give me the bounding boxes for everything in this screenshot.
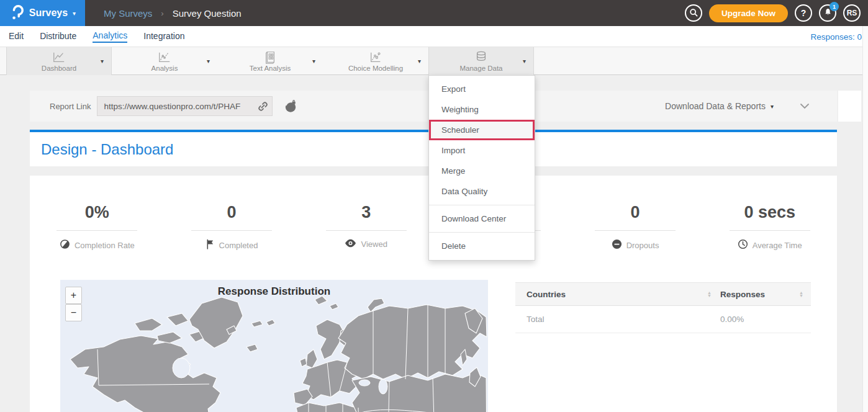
upgrade-now-button[interactable]: Upgrade Now [709,4,788,22]
stat-value: 0% [30,202,165,223]
panel-corner [838,91,861,122]
breadcrumb-my-surveys[interactable]: My Surveys [104,8,152,19]
analytics-toolbar: Dashboard ▾ Analysis ▾ Text Analysis ▾ C… [0,47,868,75]
report-url-wrap [97,96,273,116]
questionpro-dashboard: Surveys ▾ My Surveys › Survey Question U… [0,0,868,412]
product-switcher[interactable]: Surveys ▾ [0,0,85,26]
divider [730,230,810,231]
eye-icon [345,239,356,249]
divider [326,230,407,231]
product-name: Surveys [29,7,68,19]
document-grid-icon [263,50,278,64]
breadcrumb-separator-icon: › [161,9,163,18]
stat-viewed: 3 Viewed [299,202,433,251]
avatar[interactable]: RS [843,4,861,22]
menu-item-data-quality[interactable]: Data Quality [429,181,535,202]
stat-average-time: 0 secs Average Time [702,202,837,251]
caret-down-icon: ▾ [73,10,76,17]
nav-edit[interactable]: Edit [9,31,24,42]
clock-icon [738,239,748,251]
menu-item-weighting[interactable]: Weighting [429,99,535,120]
stat-label: Completed [219,241,258,250]
sort-icon[interactable]: ▲▼ [799,291,803,298]
menu-item-merge[interactable]: Merge [429,161,535,181]
divider [191,230,272,231]
line-chart-icon [52,50,66,64]
countries-table: Countries ▲▼ Responses ▲▼ Total 0.00% [515,282,811,333]
database-icon [474,50,489,64]
globe-lock-icon[interactable] [284,99,298,114]
top-bar: Surveys ▾ My Surveys › Survey Question U… [0,0,868,26]
help-button[interactable]: ? [795,4,812,22]
tab-text-analysis[interactable]: Text Analysis ▾ [217,47,323,75]
report-bar-right: Download Data & Reports ▾ [665,101,810,111]
scatter-chart-icon [368,50,383,64]
chevron-down-icon[interactable] [800,103,810,109]
stat-value: 0 [568,202,703,223]
nav-analytics[interactable]: Analytics [93,30,127,43]
stat-value: 3 [299,202,433,223]
map-zoom-in-button[interactable]: + [65,287,82,304]
stat-label: Average Time [753,241,802,250]
topbar-actions: Upgrade Now ? 1 RS [685,4,861,22]
download-data-reports-button[interactable]: Download Data & Reports [665,101,766,111]
completion-rate-icon [60,239,70,251]
divider [595,230,676,231]
world-map[interactable] [60,280,488,412]
report-url-input[interactable] [97,97,272,115]
flag-icon [206,239,215,251]
menu-divider [429,205,535,205]
stat-label: Completion Rate [75,241,135,250]
table-row: Total 0.00% [515,306,811,333]
responses-count: Responses: 0 [810,26,862,47]
caret-down-icon: ▾ [523,58,526,65]
caret-down-icon: ▾ [101,58,104,65]
map-zoom-out-button[interactable]: − [65,304,82,321]
manage-data-menu: Export Weighting Scheduler Import Merge … [428,75,535,261]
breadcrumb: My Surveys › Survey Question [104,8,242,19]
notifications-button[interactable]: 1 [819,4,836,22]
sort-icon[interactable]: ▲▼ [707,291,712,298]
nav-distribute[interactable]: Distribute [40,31,76,42]
menu-item-download-center[interactable]: Download Center [429,208,535,229]
search-icon [689,7,698,19]
menu-item-import[interactable]: Import [429,140,535,161]
map-title: Response Distribution [60,280,488,298]
tab-dashboard[interactable]: Dashboard ▾ [6,47,112,75]
tab-choice-modelling[interactable]: Choice Modelling ▾ [323,47,428,75]
link-icon[interactable] [257,101,269,115]
stat-value: 0 secs [702,202,837,223]
stat-label: Viewed [361,240,387,249]
questionpro-logo-icon [9,4,24,23]
search-button[interactable] [685,4,702,22]
divider [57,230,137,231]
stat-value: 0 [165,202,299,223]
tab-manage-data[interactable]: Manage Data ▾ [428,47,534,75]
stat-label: Dropouts [626,241,659,250]
caret-down-icon: ▾ [207,58,210,65]
response-distribution-map: Response Distribution + − [60,280,488,412]
notification-badge: 1 [830,2,839,11]
menu-divider [429,232,535,233]
caret-down-icon: ▾ [312,58,315,65]
scrollbar[interactable] [862,26,868,412]
tab-analysis[interactable]: Analysis ▾ [112,47,217,75]
caret-down-icon: ▾ [418,58,421,65]
stat-completed: 0 Completed [165,202,299,251]
menu-item-scheduler[interactable]: Scheduler [429,120,535,140]
line-chart-icon [157,50,172,64]
table-header: Countries ▲▼ Responses ▲▼ [515,282,811,306]
breadcrumb-current: Survey Question [173,8,242,19]
page-title: Design - Dashboard [41,141,173,158]
menu-item-delete[interactable]: Delete [429,236,535,256]
report-link-label: Report Link [50,102,91,111]
survey-nav: Edit Distribute Analytics Integration Re… [0,26,868,47]
stat-dropouts: 0 Dropouts [568,202,703,251]
row-responses: 0.00% [720,315,744,324]
minus-circle-icon [612,239,622,251]
menu-item-export[interactable]: Export [429,79,535,99]
column-responses: Responses [720,290,765,299]
row-country: Total [527,315,545,324]
nav-integration[interactable]: Integration [143,31,184,42]
caret-down-icon[interactable]: ▾ [771,103,774,110]
